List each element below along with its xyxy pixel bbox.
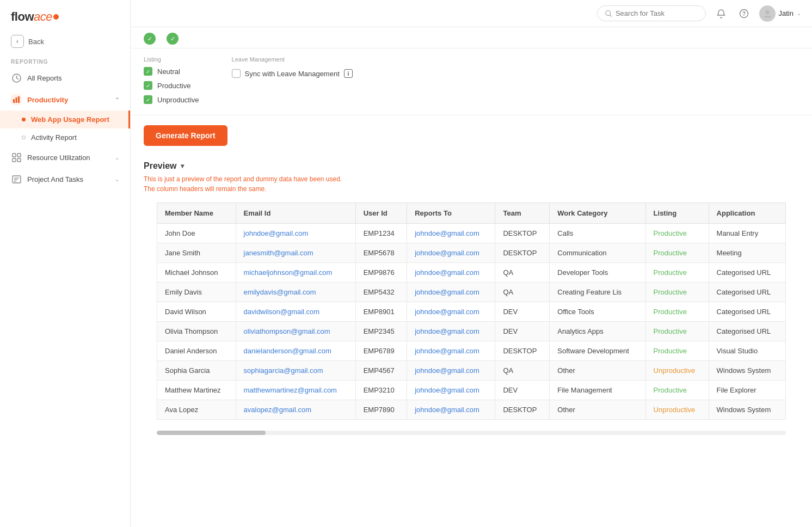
- content-area: ✓ ✓ Listing ✓ Neutral ✓ Productive: [131, 27, 812, 527]
- chevron-up-icon: ⌃: [115, 97, 119, 103]
- sidebar-item-project-tasks[interactable]: Project And Tasks ⌄: [0, 168, 130, 190]
- cell-reports-to: johndoe@gmail.com: [407, 263, 495, 283]
- col-team: Team: [495, 203, 550, 224]
- sub-item-label: Activity Report: [31, 133, 77, 142]
- cell-user-id: EMP9876: [355, 263, 407, 283]
- checkbox-neutral[interactable]: ✓ Neutral: [144, 67, 199, 76]
- listing-section: Listing ✓ Neutral ✓ Productive ✓ Unprodu…: [144, 56, 199, 104]
- status-row: ✓ ✓: [131, 27, 812, 48]
- user-area[interactable]: Jatin ⌄: [759, 5, 801, 22]
- sidebar-item-all-reports[interactable]: All Reports: [0, 67, 130, 89]
- status-item-1: ✓: [144, 33, 156, 45]
- svg-rect-3: [18, 96, 20, 103]
- cell-user-id: EMP3210: [355, 381, 407, 400]
- cell-email: sophiagarcia@gmail.com: [236, 361, 355, 381]
- cell-member-name: Olivia Thompson: [157, 322, 236, 341]
- col-member-name: Member Name: [157, 203, 236, 224]
- productivity-sub-items: Web App Usage Report Activity Report: [0, 111, 130, 146]
- checked-icon: ✓: [144, 67, 152, 76]
- sidebar: flowace ‹ Back REPORTING All Reports Pro…: [0, 0, 131, 527]
- cell-email: danielanderson@gmail.com: [236, 341, 355, 361]
- sidebar-item-label: Resource Utilization: [27, 154, 90, 162]
- status-item-2: ✓: [167, 33, 179, 45]
- cell-application: Meeting: [709, 243, 785, 263]
- cell-member-name: Sophia Garcia: [157, 361, 236, 381]
- checkbox-unproductive[interactable]: ✓ Unproductive: [144, 95, 199, 104]
- cell-team: DEV: [495, 381, 550, 400]
- cell-listing: Productive: [645, 243, 709, 263]
- col-listing: Listing: [645, 203, 709, 224]
- cell-reports-to: johndoe@gmail.com: [407, 243, 495, 263]
- cell-member-name: David Wilson: [157, 302, 236, 322]
- cell-reports-to: johndoe@gmail.com: [407, 400, 495, 420]
- cell-team: DESKTOP: [495, 243, 550, 263]
- notification-icon[interactable]: [713, 6, 729, 21]
- cell-listing: Unproductive: [645, 400, 709, 420]
- cell-work-category: Software Development: [550, 341, 645, 361]
- preview-section: Preview ▾ This is just a preview of the …: [131, 156, 812, 435]
- cell-team: QA: [495, 361, 550, 381]
- scrollbar-thumb: [157, 431, 266, 435]
- back-button[interactable]: ‹ Back: [0, 30, 130, 54]
- preview-dropdown-icon[interactable]: ▾: [181, 162, 184, 170]
- cell-team: DESKTOP: [495, 224, 550, 243]
- sidebar-item-productivity[interactable]: Productivity ⌃: [0, 89, 130, 111]
- productivity-icon: [11, 94, 22, 105]
- table-row: Sophia Garcia sophiagarcia@gmail.com EMP…: [157, 361, 786, 381]
- help-icon[interactable]: ?: [736, 6, 752, 21]
- cell-member-name: Emily Davis: [157, 283, 236, 302]
- svg-rect-4: [13, 154, 16, 157]
- sub-item-label: Web App Usage Report: [31, 115, 109, 124]
- cell-user-id: EMP5678: [355, 243, 407, 263]
- app-logo: flowace: [0, 0, 130, 30]
- horizontal-scrollbar[interactable]: [157, 431, 786, 435]
- svg-rect-6: [13, 158, 16, 162]
- cell-reports-to: johndoe@gmail.com: [407, 322, 495, 341]
- cell-work-category: File Management: [550, 381, 645, 400]
- preview-title: Preview: [144, 161, 176, 171]
- search-input[interactable]: [616, 9, 698, 17]
- cell-application: Categorised URL: [709, 283, 785, 302]
- cell-team: QA: [495, 263, 550, 283]
- cell-user-id: EMP1234: [355, 224, 407, 243]
- table-wrap: Member Name Email Id User Id Reports To …: [157, 203, 786, 420]
- svg-point-16: [765, 10, 769, 14]
- cell-member-name: John Doe: [157, 224, 236, 243]
- generate-report-button[interactable]: Generate Report: [144, 125, 227, 146]
- cell-team: DEV: [495, 322, 550, 341]
- svg-line-13: [610, 15, 611, 16]
- info-icon: i: [344, 69, 353, 78]
- cell-user-id: EMP2345: [355, 322, 407, 341]
- cell-reports-to: johndoe@gmail.com: [407, 361, 495, 381]
- cell-work-category: Analytics Apps: [550, 322, 645, 341]
- clock-icon: [11, 72, 22, 83]
- table-header-row: Member Name Email Id User Id Reports To …: [157, 203, 786, 224]
- sidebar-item-activity-report[interactable]: Activity Report: [0, 128, 130, 146]
- generate-btn-wrap: Generate Report: [131, 115, 812, 156]
- preview-table: Member Name Email Id User Id Reports To …: [157, 203, 786, 420]
- checkbox-productive[interactable]: ✓ Productive: [144, 81, 199, 90]
- col-reports-to: Reports To: [407, 203, 495, 224]
- cell-application: Visual Studio: [709, 341, 785, 361]
- col-work-category: Work Category: [550, 203, 645, 224]
- leave-management-label: Leave Management: [232, 56, 353, 63]
- cell-member-name: Ava Lopez: [157, 400, 236, 420]
- cell-email: oliviathompson@gmail.com: [236, 322, 355, 341]
- cell-email: matthewmartinez@gmail.com: [236, 381, 355, 400]
- inactive-dot-icon: [22, 136, 26, 139]
- table-row: Ava Lopez avalopez@gmail.com EMP7890 joh…: [157, 400, 786, 420]
- cell-listing: Productive: [645, 322, 709, 341]
- sidebar-item-web-app-usage[interactable]: Web App Usage Report: [0, 111, 130, 128]
- cell-reports-to: johndoe@gmail.com: [407, 224, 495, 243]
- cell-member-name: Jane Smith: [157, 243, 236, 263]
- cell-listing: Productive: [645, 263, 709, 283]
- checkbox-group: ✓ Neutral ✓ Productive ✓ Unproductive: [144, 67, 199, 104]
- reporting-section-label: REPORTING: [0, 54, 130, 67]
- cell-reports-to: johndoe@gmail.com: [407, 283, 495, 302]
- sync-row[interactable]: Sync with Leave Management i: [232, 69, 353, 78]
- check-icon-1: ✓: [144, 33, 156, 45]
- sync-checkbox[interactable]: [232, 69, 241, 78]
- cell-user-id: EMP4567: [355, 361, 407, 381]
- search-box[interactable]: [597, 5, 706, 21]
- sidebar-item-resource-utilization[interactable]: Resource Utilization ⌄: [0, 146, 130, 168]
